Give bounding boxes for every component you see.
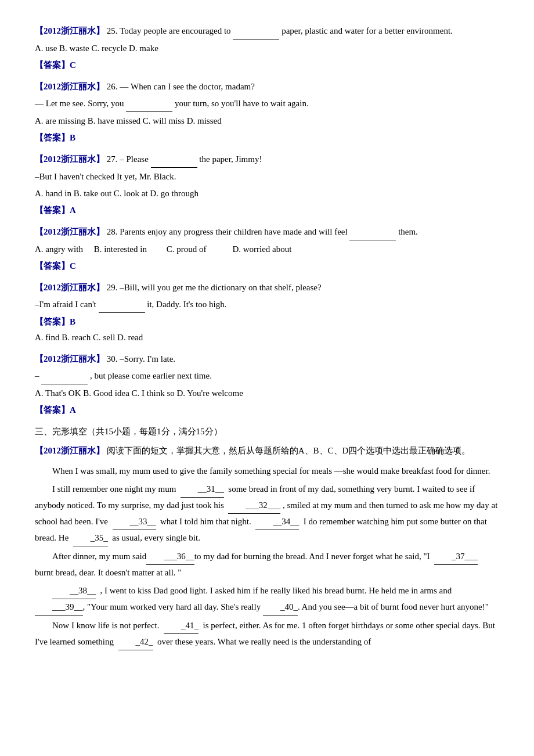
question-30: 【2012浙江丽水】 30. –Sorry. I'm late. – , but…	[35, 351, 499, 418]
q27-line1: 【2012浙江丽水】 27. – Please the paper, Jimmy…	[35, 152, 499, 168]
q28-opt-b: B. interested in	[94, 244, 147, 254]
q25-text-before: Today people are encouraged to	[120, 26, 233, 35]
passage-p2: I still remember one night my mum __31__…	[35, 481, 499, 546]
blank-36: ___36__	[146, 549, 194, 565]
q25-answer-val: C	[70, 60, 76, 70]
q28-opt-a: A. angry with	[35, 244, 83, 254]
blank-31: __31__	[181, 481, 224, 498]
cloze-tag: 【2012浙江丽水】	[35, 446, 104, 455]
q29-tag: 【2012浙江丽水】	[35, 283, 104, 292]
q27-answer-tag: 【答案】	[35, 206, 70, 215]
q30-number: 30.	[107, 354, 118, 363]
blank-42: _42_	[118, 634, 153, 650]
q25-options: A. use B. waste C. recycle D. make	[35, 41, 499, 56]
q25-number: 25.	[107, 26, 118, 35]
blank-32: ___32___	[228, 498, 280, 514]
q27-line2-text: –But I haven't checked It yet, Mr. Black…	[35, 172, 176, 181]
question-25: 【2012浙江丽水】 25. Today people are encourag…	[35, 23, 499, 73]
q25-answer-tag: 【答案】	[35, 60, 70, 70]
q25-answer: 【答案】C	[35, 57, 499, 73]
page-content: 【2012浙江丽水】 25. Today people are encourag…	[35, 23, 499, 650]
q30-line2-after: , but please come earlier next time.	[90, 371, 212, 380]
q30-answer-val: A	[70, 405, 76, 415]
q30-dash: –	[35, 371, 39, 380]
q30-options: A. That's OK B. Good idea C. I think so …	[35, 386, 499, 401]
q29-line2-after: it, Daddy. It's too high.	[147, 300, 226, 309]
q29-answer: 【答案】B	[35, 314, 499, 330]
passage-p1: When I was small, my mum used to give th…	[35, 463, 499, 479]
q29-number: 29.	[107, 283, 118, 292]
cloze-intro-line: 【2012浙江丽水】 阅读下面的短文，掌握其大意，然后从每题所给的A、B、C、D…	[35, 443, 499, 459]
section3-header: 三、完形填空（共15小题，每题1分，满分15分）	[35, 424, 499, 440]
q28-answer: 【答案】C	[35, 258, 499, 274]
q30-blank	[41, 368, 88, 384]
q28-answer-tag: 【答案】	[35, 261, 70, 271]
q27-answer: 【答案】A	[35, 203, 499, 218]
q25-blank	[233, 23, 279, 39]
q25-tag: 【2012浙江丽水】	[35, 26, 104, 35]
q29-line1: 【2012浙江丽水】 29. –Bill, will you get me th…	[35, 280, 499, 296]
q29-line2-before: –I'm afraid I can't	[35, 300, 99, 309]
q28-options-line: A. angry with B. interested in C. proud …	[35, 242, 499, 257]
q27-options: A. hand in B. take out C. look at D. go …	[35, 186, 499, 201]
q30-tag: 【2012浙江丽水】	[35, 354, 104, 363]
q28-text-after: them.	[398, 227, 418, 236]
question-28: 【2012浙江丽水】 28. Parents enjoy any progres…	[35, 224, 499, 274]
q26-line2-before: — Let me see. Sorry, you	[35, 99, 126, 108]
q29-line2: –I'm afraid I can't it, Daddy. It's too …	[35, 297, 499, 313]
blank-41: _41_	[164, 618, 199, 634]
q29-answer-tag: 【答案】	[35, 317, 70, 326]
passage-p3: After dinner, my mum said___36__to my da…	[35, 549, 499, 581]
q27-number: 27.	[107, 154, 118, 164]
question-29: 【2012浙江丽水】 29. –Bill, will you get me th…	[35, 280, 499, 345]
q26-line1: 【2012浙江丽水】 26. — When can I see the doct…	[35, 79, 499, 95]
q30-text: –Sorry. I'm late.	[120, 354, 175, 363]
q30-line2: – , but please come earlier next time.	[35, 368, 499, 384]
q26-tag: 【2012浙江丽水】	[35, 82, 104, 91]
cloze-block: 【2012浙江丽水】 阅读下面的短文，掌握其大意，然后从每题所给的A、B、C、D…	[35, 443, 499, 650]
q27-text-after: the paper, Jimmy!	[199, 154, 262, 164]
q27-tag: 【2012浙江丽水】	[35, 154, 104, 164]
q26-text: — When can I see the doctor, madam?	[120, 82, 255, 91]
q28-text-before: Parents enjoy any progress their childre…	[120, 227, 349, 236]
q26-line2: — Let me see. Sorry, you your turn, so y…	[35, 96, 499, 112]
question-26: 【2012浙江丽水】 26. — When can I see the doct…	[35, 79, 499, 146]
q30-answer-tag: 【答案】	[35, 405, 70, 415]
q27-blank	[151, 152, 197, 168]
q29-answer-val: B	[70, 317, 75, 326]
q28-opt-d: D. worried about	[232, 244, 291, 254]
passage-p5: Now I know life is not perfect. _41_ is …	[35, 618, 499, 650]
cloze-passage: When I was small, my mum used to give th…	[35, 463, 499, 650]
q26-answer-tag: 【答案】	[35, 133, 70, 142]
q28-tag: 【2012浙江丽水】	[35, 227, 104, 236]
q27-answer-val: A	[70, 206, 76, 215]
q27-text-before: – Please	[120, 154, 150, 164]
q28-blank	[349, 224, 396, 240]
q26-options: A. are missing B. have missed C. will mi…	[35, 113, 499, 129]
q28-line1: 【2012浙江丽水】 28. Parents enjoy any progres…	[35, 224, 499, 240]
q28-answer-val: C	[70, 261, 76, 271]
q28-opt-c: C. proud of	[167, 244, 207, 254]
q30-answer: 【答案】A	[35, 402, 499, 418]
q27-line2: –But I haven't checked It yet, Mr. Black…	[35, 169, 499, 185]
q26-line2-after: your turn, so you'll have to wait again.	[175, 99, 309, 108]
question-27: 【2012浙江丽水】 27. – Please the paper, Jimmy…	[35, 152, 499, 218]
q29-text: –Bill, will you get me the dictionary on…	[120, 283, 321, 292]
q26-answer-val: B	[70, 133, 75, 142]
q25-text-after: paper, plastic and water for a better en…	[282, 26, 453, 35]
q26-number: 26.	[107, 82, 118, 91]
q29-blank	[99, 297, 145, 313]
q25-line: 【2012浙江丽水】 25. Today people are encourag…	[35, 23, 499, 39]
blank-37: _37___	[434, 549, 478, 565]
blank-40: _40_	[263, 599, 298, 615]
blank-33: __33__	[113, 514, 156, 530]
q28-number: 28.	[107, 227, 118, 236]
q26-blank	[126, 96, 172, 112]
q26-answer: 【答案】B	[35, 130, 499, 146]
cloze-instruction: 阅读下面的短文，掌握其大意，然后从每题所给的A、B、C、D四个选项中选出最正确确…	[107, 446, 471, 455]
q30-line1: 【2012浙江丽水】 30. –Sorry. I'm late.	[35, 351, 499, 367]
passage-p4: __38__ , I went to kiss Dad good light. …	[35, 583, 499, 615]
blank-38: __38__	[52, 583, 96, 599]
blank-34: __34__	[255, 514, 299, 530]
blank-35: _35_	[73, 530, 108, 546]
